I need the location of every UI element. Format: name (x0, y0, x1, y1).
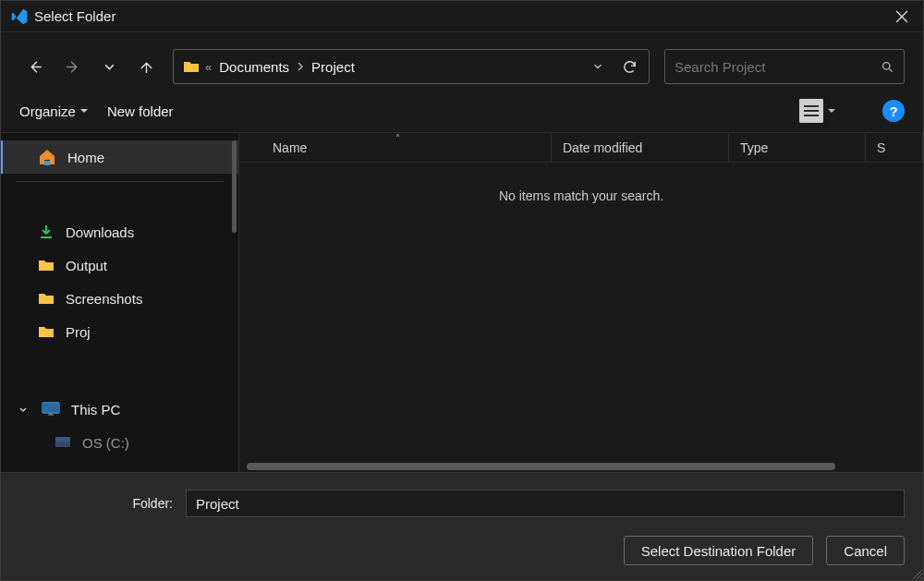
scrollbar-thumb[interactable] (247, 463, 835, 470)
folder-input-row: Folder: (19, 490, 905, 517)
sidebar-item-home[interactable]: Home (1, 140, 238, 174)
sidebar-item-proj[interactable]: Proj (1, 315, 238, 348)
column-headers: Name ˄ Date modified Type S (239, 133, 923, 163)
sidebar-item-label: Screenshots (66, 291, 142, 307)
refresh-button[interactable] (615, 53, 643, 80)
breadcrumb-segment[interactable]: Documents (217, 57, 291, 77)
folder-name-input[interactable] (186, 490, 905, 517)
chevron-down-icon[interactable] (16, 404, 30, 415)
folder-icon (38, 259, 55, 272)
thispc-icon (42, 402, 60, 417)
search-box[interactable]: Search Project (664, 49, 905, 84)
address-bar[interactable]: « Documents Project (173, 49, 650, 84)
column-label: Name (273, 140, 307, 155)
close-icon (895, 10, 908, 23)
organize-button[interactable]: Organize (19, 103, 89, 119)
search-icon (881, 60, 894, 74)
column-name[interactable]: Name ˄ (239, 133, 552, 162)
titlebar: Select Folder (1, 1, 923, 32)
search-placeholder: Search Project (675, 59, 881, 75)
arrow-left-icon (28, 59, 43, 75)
breadcrumb-segment[interactable]: Project (310, 57, 357, 77)
details-view-icon (799, 99, 823, 123)
dialog-body: Home Downloads Output Screenshots Proj (1, 132, 923, 472)
close-button[interactable] (881, 1, 923, 32)
recent-dropdown[interactable] (93, 51, 125, 82)
dropdown-caret-icon (827, 106, 836, 115)
column-label: S (877, 140, 885, 155)
column-size[interactable]: S (866, 133, 923, 162)
sidebar-item-label: Output (66, 258, 107, 273)
forward-button[interactable] (56, 51, 88, 82)
sidebar-item-label: OS (C:) (82, 435, 129, 451)
sidebar-scrollbar-thumb[interactable] (232, 140, 237, 233)
breadcrumb-root-icon (183, 60, 200, 73)
sidebar-item-label: Proj (66, 324, 91, 340)
sort-asc-icon: ˄ (395, 133, 400, 143)
sidebar-item-screenshots[interactable]: Screenshots (1, 282, 238, 315)
sidebar-item-label: Home (67, 150, 104, 165)
empty-message: No items match your search. (239, 163, 923, 203)
back-button[interactable] (19, 51, 51, 82)
svg-rect-3 (43, 404, 58, 412)
file-listing: Name ˄ Date modified Type S No items mat… (239, 133, 923, 472)
column-label: Type (740, 140, 768, 155)
download-icon (38, 224, 55, 240)
breadcrumb-prefix: « (203, 60, 213, 74)
sidebar-item-output[interactable]: Output (1, 248, 238, 282)
resize-grip[interactable] (909, 566, 922, 579)
svg-point-0 (883, 62, 891, 69)
sidebar: Home Downloads Output Screenshots Proj (1, 133, 239, 472)
dialog-title: Select Folder (34, 8, 116, 24)
chevron-down-icon (102, 59, 117, 75)
folder-icon (38, 292, 55, 305)
new-folder-label: New folder (107, 103, 174, 119)
sidebar-item-thispc[interactable]: This PC (1, 393, 238, 426)
column-type[interactable]: Type (729, 133, 866, 162)
refresh-icon (622, 59, 638, 75)
sidebar-item-label: This PC (71, 402, 120, 418)
drive-icon (55, 436, 71, 449)
sidebar-item-downloads[interactable]: Downloads (1, 215, 238, 248)
vscode-app-icon (10, 7, 29, 26)
folder-icon (38, 325, 55, 338)
arrow-right-icon (65, 59, 80, 75)
nav-row: « Documents Project Search Project (1, 32, 923, 97)
new-folder-button[interactable]: New folder (107, 103, 174, 119)
address-history-dropdown[interactable] (584, 53, 612, 80)
organize-label: Organize (19, 103, 76, 119)
column-date[interactable]: Date modified (552, 133, 729, 162)
chevron-down-icon (591, 60, 604, 73)
chevron-right-icon (295, 61, 306, 72)
help-button[interactable]: ? (882, 100, 905, 122)
up-button[interactable] (130, 51, 162, 82)
home-icon (38, 149, 56, 165)
toolbar: Organize New folder ? (1, 97, 923, 132)
view-mode-button[interactable] (799, 99, 836, 123)
arrow-up-icon (139, 59, 154, 75)
select-folder-dialog: Select Folder « Documents Proj (0, 0, 924, 581)
cancel-button[interactable]: Cancel (826, 536, 905, 565)
sidebar-divider (16, 181, 224, 182)
footer: Folder: Select Destination Folder Cancel (1, 472, 923, 580)
column-label: Date modified (563, 140, 642, 155)
sidebar-item-os-drive[interactable]: OS (C:) (1, 426, 238, 459)
horizontal-scrollbar[interactable] (247, 463, 916, 470)
sidebar-item-label: Downloads (66, 224, 134, 240)
dropdown-caret-icon (79, 106, 89, 115)
select-destination-button[interactable]: Select Destination Folder (624, 536, 814, 565)
footer-buttons: Select Destination Folder Cancel (19, 536, 905, 565)
folder-field-label: Folder: (19, 496, 176, 511)
svg-rect-5 (55, 437, 70, 442)
